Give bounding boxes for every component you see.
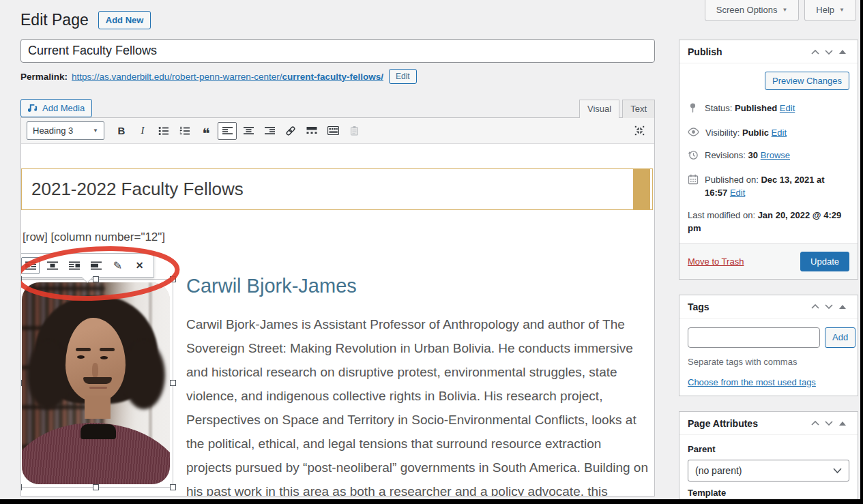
status-row: Status: Published Edit xyxy=(688,102,849,117)
revisions-browse-link[interactable]: Browse xyxy=(761,150,790,160)
permalink-edit-button[interactable]: Edit xyxy=(389,69,417,84)
tab-text[interactable]: Text xyxy=(622,100,655,118)
numbered-list-button[interactable] xyxy=(175,122,194,140)
resize-handle-top-right[interactable] xyxy=(170,276,176,282)
format-select[interactable]: Heading 3 ▼ xyxy=(27,121,104,140)
blockquote-button[interactable]: ❝ xyxy=(196,122,216,140)
bulleted-list-button[interactable] xyxy=(154,122,173,140)
tab-visual[interactable]: Visual xyxy=(579,100,619,118)
collapse-triangle-icon xyxy=(839,305,846,309)
add-tag-button[interactable]: Add xyxy=(825,327,855,348)
eye-icon xyxy=(688,126,699,140)
page-attributes-panel: Page Attributes Parent (no parent) Templ… xyxy=(679,411,858,504)
chevron-up-icon xyxy=(811,50,819,55)
resize-handle-top-left[interactable] xyxy=(21,276,22,282)
fullscreen-icon xyxy=(634,125,645,136)
move-to-trash-link[interactable]: Move to Trash xyxy=(688,256,744,267)
section-heading-block: 2021-2022 Faculty Fellows xyxy=(21,168,653,210)
align-left-icon xyxy=(222,126,233,135)
collapse-triangle-icon xyxy=(839,50,846,54)
tags-title: Tags xyxy=(688,301,710,312)
move-panel-down-button[interactable] xyxy=(822,418,836,429)
resize-handle-bottom[interactable] xyxy=(93,484,99,490)
published-on-edit-link[interactable]: Edit xyxy=(730,188,745,198)
link-button[interactable] xyxy=(281,122,300,140)
numbered-list-icon xyxy=(179,126,190,136)
page-attributes-panel-header[interactable]: Page Attributes xyxy=(679,412,858,435)
profile-image[interactable] xyxy=(22,282,170,484)
parent-select-value: (no parent) xyxy=(695,465,742,476)
move-panel-down-button[interactable] xyxy=(822,301,836,312)
post-title-input[interactable] xyxy=(20,39,655,63)
italic-button[interactable]: I xyxy=(133,122,152,140)
align-center-icon xyxy=(244,126,254,135)
collapse-panel-button[interactable] xyxy=(836,418,849,429)
screen-options-button[interactable]: Screen Options ▼ xyxy=(705,0,800,21)
collapse-panel-button[interactable] xyxy=(836,46,849,57)
status-edit-link[interactable]: Edit xyxy=(780,103,795,113)
publish-panel-header[interactable]: Publish xyxy=(679,40,858,63)
preview-changes-button[interactable]: Preview Changes xyxy=(765,72,849,90)
pin-icon xyxy=(688,102,699,117)
screenshot-border-right xyxy=(860,0,863,504)
resize-handle-top[interactable] xyxy=(93,276,99,282)
image-remove-button[interactable]: ✕ xyxy=(130,257,149,274)
resize-handle-bottom-left[interactable] xyxy=(21,484,22,490)
align-left-button[interactable] xyxy=(218,122,237,140)
parent-select[interactable]: (no parent) xyxy=(688,460,849,481)
eyes xyxy=(77,355,85,359)
align-center-button[interactable] xyxy=(239,122,258,140)
image-align-center-button[interactable] xyxy=(43,257,61,274)
resize-handle-bottom-right[interactable] xyxy=(170,484,176,490)
tags-input[interactable] xyxy=(688,327,820,348)
caret-down-icon: ▼ xyxy=(93,128,98,134)
sidebar: Publish Preview Changes Status: Publishe… xyxy=(679,40,858,504)
image-align-right-icon xyxy=(69,261,80,270)
edit-page-main: Edit Page Add New Permalink: https://as.… xyxy=(20,8,655,496)
fullscreen-button[interactable] xyxy=(630,122,649,140)
gold-accent-bar xyxy=(633,169,650,209)
bulleted-list-icon xyxy=(158,126,169,136)
popup-arrow xyxy=(82,277,93,282)
align-right-button[interactable] xyxy=(260,122,279,140)
move-panel-up-button[interactable] xyxy=(808,418,822,429)
profile-photo xyxy=(22,282,170,484)
move-panel-down-button[interactable] xyxy=(822,46,836,57)
visibility-row: Visibility: Public Edit xyxy=(688,126,849,140)
collapse-panel-button[interactable] xyxy=(836,301,849,312)
bold-button[interactable]: B xyxy=(112,122,131,140)
move-panel-up-button[interactable] xyxy=(808,46,822,57)
image-align-right-button[interactable] xyxy=(65,257,83,274)
resize-handle-right[interactable] xyxy=(170,380,176,386)
resize-handle-left[interactable] xyxy=(21,380,22,386)
add-media-button[interactable]: Add Media xyxy=(20,99,92,117)
published-on-label: Published on: xyxy=(705,175,759,185)
section-heading: 2021-2022 Faculty Fellows xyxy=(31,179,244,200)
revisions-value: 30 xyxy=(748,150,758,160)
page-title: Edit Page xyxy=(20,11,89,29)
caret-down-icon: ▼ xyxy=(782,7,787,13)
add-new-button[interactable]: Add New xyxy=(98,11,151,29)
choose-tags-link[interactable]: Choose from the most used tags xyxy=(688,377,816,387)
revisions-label: Revisions: xyxy=(705,150,746,160)
read-more-button[interactable] xyxy=(302,122,321,140)
image-align-none-button[interactable] xyxy=(87,257,105,274)
tags-panel-header[interactable]: Tags xyxy=(679,295,858,318)
update-button[interactable]: Update xyxy=(800,252,849,271)
paste-as-text-button[interactable] xyxy=(345,122,364,140)
image-edit-button[interactable]: ✎ xyxy=(108,257,127,274)
blockquote-icon: ❝ xyxy=(202,130,209,137)
help-button[interactable]: Help ▼ xyxy=(804,0,856,21)
editor-content-area[interactable]: 2021-2022 Faculty Fellows [row] [column … xyxy=(21,144,654,496)
permalink-row: Permalink: https://as.vanderbilt.edu/rob… xyxy=(20,69,655,84)
chevron-up-icon xyxy=(811,421,819,426)
image-align-left-icon xyxy=(25,261,36,270)
chevron-down-icon xyxy=(825,421,833,426)
permalink-label: Permalink: xyxy=(20,72,68,82)
move-panel-up-button[interactable] xyxy=(808,301,822,312)
image-align-left-button[interactable] xyxy=(21,257,40,274)
visibility-value: Public xyxy=(742,128,769,138)
visibility-edit-link[interactable]: Edit xyxy=(772,128,787,138)
permalink-url-link[interactable]: https://as.vanderbilt.edu/robert-penn-wa… xyxy=(72,72,383,82)
toolbar-toggle-button[interactable] xyxy=(323,122,342,140)
